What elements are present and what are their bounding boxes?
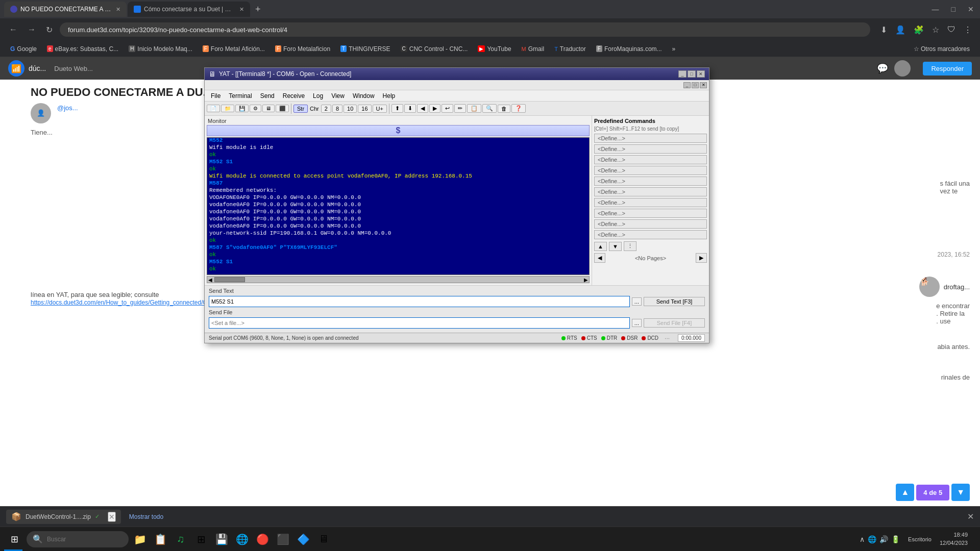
- toolbar-str-btn[interactable]: Str: [293, 105, 308, 113]
- download-bar-close[interactable]: ✕: [967, 512, 974, 521]
- close-button[interactable]: ✕: [966, 3, 976, 15]
- predef-btn-5[interactable]: <Define...>: [594, 177, 707, 186]
- tab-2[interactable]: Cómo conectarse a su Duet | Do... ✕: [128, 2, 250, 17]
- shield-icon[interactable]: 🛡: [945, 23, 958, 36]
- yat-terminal-content[interactable]: M552 S0okWifi module is idleM552Wifi mod…: [207, 137, 590, 275]
- predef-btn-3[interactable]: <Define...>: [594, 155, 707, 164]
- page-up-button[interactable]: ▲: [896, 484, 914, 501]
- send-text-input[interactable]: [209, 296, 630, 307]
- toolbar-10-btn[interactable]: 10: [344, 105, 357, 113]
- yat-close2-button[interactable]: ✕: [700, 82, 707, 88]
- yat-maximize-button[interactable]: □: [688, 70, 696, 78]
- yat-close-button[interactable]: ✕: [697, 70, 705, 78]
- hscroll-right-icon[interactable]: ▶: [584, 277, 588, 283]
- toolbar-u-btn[interactable]: U+: [373, 105, 387, 113]
- predef-btn-10[interactable]: <Define...>: [594, 230, 707, 239]
- tray-up-arrow[interactable]: ∧: [860, 535, 865, 543]
- forum-user-avatar[interactable]: [894, 60, 911, 77]
- toolbar-settings-btn[interactable]: ⚙: [250, 105, 261, 112]
- bookmark-icon[interactable]: ☆: [930, 23, 941, 37]
- send-file-button[interactable]: Send File [F4]: [644, 318, 705, 328]
- menu-receive[interactable]: Receive: [279, 91, 309, 101]
- taskbar-monitor-icon[interactable]: 🖥: [314, 530, 333, 548]
- send-text-button[interactable]: Send Text [F3]: [644, 297, 705, 306]
- toolbar-new-btn[interactable]: 📄: [207, 105, 220, 112]
- bookmark-foro-meta[interactable]: F Foro Metalaficion: [271, 44, 334, 54]
- toolbar-icon-9[interactable]: ◀: [417, 104, 428, 113]
- toolbar-icon-12[interactable]: ✏: [454, 104, 466, 113]
- forum-nav-duet-link[interactable]: Dueto Web...: [54, 65, 93, 72]
- bookmark-inicio[interactable]: H Inicio Modelo Maq...: [125, 44, 197, 54]
- predef-menu-btn[interactable]: ⋮: [624, 241, 636, 251]
- address-input[interactable]: [60, 22, 870, 37]
- toolbar-monitor-btn[interactable]: 🖥: [262, 105, 275, 112]
- menu-help[interactable]: Help: [379, 91, 400, 101]
- toolbar-icon-8[interactable]: ⬇: [404, 104, 416, 113]
- predef-btn-2[interactable]: <Define...>: [594, 144, 707, 154]
- bookmark-more[interactable]: »: [668, 44, 680, 54]
- predef-prev-page-btn[interactable]: ◀: [594, 253, 605, 263]
- predef-btn-6[interactable]: <Define...>: [594, 187, 707, 196]
- yat-horizontal-scrollbar[interactable]: ◀ ▶: [207, 276, 590, 283]
- taskbar-apps-icon[interactable]: ⊞: [192, 530, 210, 548]
- show-desktop-button[interactable]: [972, 529, 976, 549]
- yat-minimize-button[interactable]: _: [678, 70, 687, 78]
- taskbar-spotify-icon[interactable]: ♫: [172, 530, 190, 548]
- bookmark-google[interactable]: G Google: [6, 44, 41, 54]
- search-input[interactable]: [47, 536, 124, 543]
- taskbar-chrome-icon[interactable]: 🌐: [233, 530, 251, 548]
- bookmark-thingiverse[interactable]: T THINGIVERSE: [336, 44, 394, 54]
- toolbar-icon-14[interactable]: 🔍: [482, 104, 497, 113]
- predef-btn-9[interactable]: <Define...>: [594, 219, 707, 229]
- taskbar-blue-icon[interactable]: 🔷: [294, 530, 312, 548]
- predef-down-arrow[interactable]: ▼: [609, 242, 622, 251]
- maximize-button[interactable]: □: [949, 3, 958, 15]
- back-button[interactable]: ←: [6, 23, 20, 36]
- page-down-button[interactable]: ▼: [951, 484, 970, 501]
- predef-btn-8[interactable]: <Define...>: [594, 209, 707, 218]
- tray-sound-icon[interactable]: 🔊: [879, 535, 888, 543]
- hscroll-thumb[interactable]: [214, 277, 245, 282]
- profile-icon[interactable]: 👤: [893, 23, 908, 37]
- menu-send[interactable]: Send: [256, 91, 279, 101]
- tray-network-icon[interactable]: 🌐: [868, 535, 876, 543]
- toolbar-2-btn[interactable]: 2: [321, 105, 331, 113]
- minimize-button[interactable]: —: [930, 3, 941, 15]
- hscroll-left-icon[interactable]: ◀: [208, 277, 212, 283]
- menu-window[interactable]: Window: [349, 91, 379, 101]
- forward-button[interactable]: →: [24, 23, 39, 36]
- taskbar-usb-icon[interactable]: 💾: [212, 530, 231, 548]
- reload-button[interactable]: ↻: [43, 23, 56, 37]
- toolbar-save-btn[interactable]: 💾: [235, 105, 249, 112]
- toolbar-icon-15[interactable]: 🗑: [498, 105, 510, 113]
- tray-battery-icon[interactable]: 🔋: [891, 535, 900, 543]
- toolbar-stop-btn[interactable]: ⬛: [276, 105, 289, 112]
- predef-btn-7[interactable]: <Define...>: [594, 198, 707, 207]
- menu-file[interactable]: File: [207, 91, 225, 101]
- extensions-icon[interactable]: 🧩: [912, 23, 926, 37]
- taskbar-dark-icon[interactable]: ⬛: [274, 530, 292, 548]
- toolbar-icon-16[interactable]: ❓: [511, 104, 526, 113]
- taskbar-red-icon[interactable]: 🔴: [253, 530, 272, 548]
- more-icon[interactable]: ⋮: [962, 23, 974, 37]
- taskbar-tasks-icon[interactable]: 📋: [151, 530, 169, 548]
- taskbar-explorer-icon[interactable]: 📁: [131, 530, 149, 548]
- taskbar-clock[interactable]: 18:49 12/04/2023: [940, 531, 968, 547]
- bookmark-gmail[interactable]: M Gmail: [518, 44, 549, 54]
- toolbar-open-btn[interactable]: 📁: [221, 105, 234, 112]
- predef-btn-1[interactable]: <Define...>: [594, 134, 707, 143]
- yat-max2-button[interactable]: □: [692, 82, 699, 88]
- predef-up-arrow[interactable]: ▲: [594, 242, 607, 251]
- bookmark-otros[interactable]: ☆ Otros marcadores: [910, 44, 974, 54]
- forum-chat-icon[interactable]: 💬: [877, 63, 888, 74]
- show-all-button[interactable]: Mostrar todo: [129, 513, 163, 520]
- send-text-dots-button[interactable]: ...: [632, 297, 642, 306]
- menu-terminal[interactable]: Terminal: [225, 91, 256, 101]
- bookmark-cnc[interactable]: C CNC Control - CNC...: [397, 44, 472, 54]
- tab-1[interactable]: NO PUEDO CONECTARME A DU... ✕: [4, 2, 127, 17]
- bookmark-foro-metal[interactable]: F Foro Metal Afición...: [199, 44, 269, 54]
- download-close-button[interactable]: ✕: [108, 512, 116, 522]
- yat-min2-button[interactable]: _: [683, 82, 691, 88]
- send-file-input[interactable]: [209, 317, 630, 329]
- predef-next-page-btn[interactable]: ▶: [696, 253, 707, 263]
